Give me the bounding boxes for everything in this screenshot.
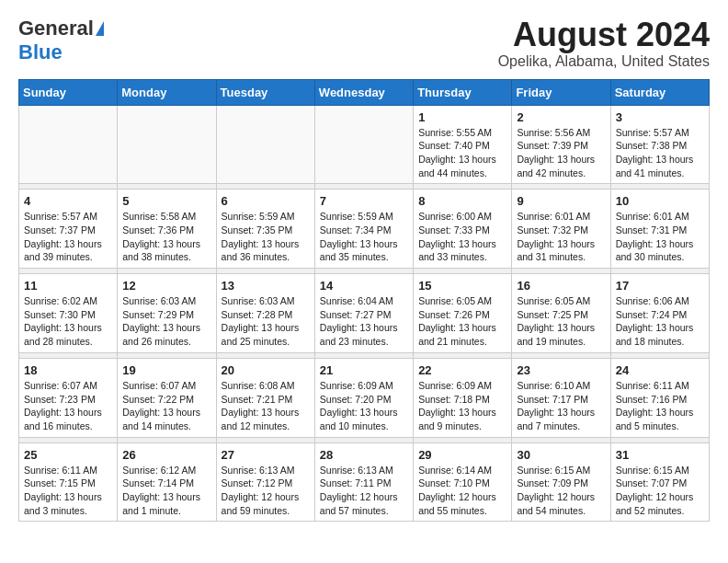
calendar-cell: 27 Sunrise: 6:13 AMSunset: 7:12 PMDaylig…	[216, 442, 314, 522]
day-info: Sunrise: 6:14 AMSunset: 7:10 PMDaylight:…	[418, 464, 506, 518]
day-info: Sunrise: 6:05 AMSunset: 7:26 PMDaylight:…	[418, 294, 506, 349]
day-info: Sunrise: 6:08 AMSunset: 7:21 PMDaylight:…	[222, 379, 310, 433]
calendar-cell	[118, 105, 216, 184]
day-info: Sunrise: 6:13 AMSunset: 7:12 PMDaylight:…	[222, 464, 310, 518]
col-wednesday: Wednesday	[314, 79, 413, 105]
calendar-cell: 10 Sunrise: 6:01 AMSunset: 7:31 PMDaylig…	[610, 190, 709, 269]
col-sunday: Sunday	[19, 79, 118, 105]
calendar-week-2: 4 Sunrise: 5:57 AMSunset: 7:37 PMDayligh…	[19, 190, 710, 269]
col-monday: Monday	[118, 79, 216, 105]
day-number: 1	[418, 110, 506, 124]
col-friday: Friday	[512, 79, 610, 105]
day-number: 21	[320, 363, 408, 377]
day-number: 20	[222, 363, 310, 377]
calendar-cell: 19 Sunrise: 6:07 AMSunset: 7:22 PMDaylig…	[118, 358, 216, 437]
col-saturday: Saturday	[610, 79, 709, 105]
day-number: 23	[517, 363, 605, 377]
col-tuesday: Tuesday	[216, 79, 314, 105]
day-number: 16	[517, 279, 605, 293]
calendar-cell: 15 Sunrise: 6:05 AMSunset: 7:26 PMDaylig…	[414, 274, 512, 353]
day-info: Sunrise: 5:57 AMSunset: 7:38 PMDaylight:…	[616, 126, 704, 180]
calendar-cell: 1 Sunrise: 5:55 AMSunset: 7:40 PMDayligh…	[414, 105, 512, 184]
calendar-cell: 17 Sunrise: 6:06 AMSunset: 7:24 PMDaylig…	[610, 274, 709, 353]
calendar-cell: 4 Sunrise: 5:57 AMSunset: 7:37 PMDayligh…	[19, 190, 118, 269]
calendar-week-3: 11 Sunrise: 6:02 AMSunset: 7:30 PMDaylig…	[19, 274, 710, 353]
day-info: Sunrise: 6:01 AMSunset: 7:31 PMDaylight:…	[616, 210, 704, 264]
day-info: Sunrise: 5:58 AMSunset: 7:36 PMDaylight:…	[122, 210, 210, 264]
logo-line2: Blue	[18, 40, 63, 64]
day-info: Sunrise: 5:56 AMSunset: 7:39 PMDaylight:…	[517, 126, 605, 180]
col-thursday: Thursday	[414, 79, 512, 105]
logo-triangle-icon	[96, 21, 104, 36]
calendar-cell: 31 Sunrise: 6:15 AMSunset: 7:07 PMDaylig…	[610, 442, 709, 522]
day-number: 28	[320, 448, 408, 462]
calendar-week-1: 1 Sunrise: 5:55 AMSunset: 7:40 PMDayligh…	[19, 105, 710, 184]
calendar-cell: 24 Sunrise: 6:11 AMSunset: 7:16 PMDaylig…	[610, 358, 709, 437]
day-info: Sunrise: 6:15 AMSunset: 7:09 PMDaylight:…	[517, 464, 605, 518]
day-info: Sunrise: 5:57 AMSunset: 7:37 PMDaylight:…	[24, 210, 112, 264]
calendar-header-row: Sunday Monday Tuesday Wednesday Thursday…	[19, 79, 710, 105]
logo-blue: Blue	[18, 40, 63, 63]
page-title: August 2024	[498, 17, 710, 53]
calendar-cell: 13 Sunrise: 6:03 AMSunset: 7:28 PMDaylig…	[216, 274, 314, 353]
day-number: 6	[222, 194, 310, 208]
calendar-cell: 21 Sunrise: 6:09 AMSunset: 7:20 PMDaylig…	[314, 358, 413, 437]
calendar-cell: 23 Sunrise: 6:10 AMSunset: 7:17 PMDaylig…	[512, 358, 610, 437]
day-number: 9	[517, 194, 605, 208]
day-info: Sunrise: 6:03 AMSunset: 7:28 PMDaylight:…	[222, 294, 310, 349]
day-number: 3	[616, 110, 704, 124]
calendar-cell: 7 Sunrise: 5:59 AMSunset: 7:34 PMDayligh…	[314, 190, 413, 269]
day-number: 2	[517, 110, 605, 124]
day-number: 4	[24, 194, 112, 208]
day-number: 18	[24, 363, 112, 377]
day-info: Sunrise: 6:09 AMSunset: 7:18 PMDaylight:…	[418, 379, 506, 433]
day-info: Sunrise: 5:59 AMSunset: 7:35 PMDaylight:…	[222, 210, 310, 264]
calendar-cell: 9 Sunrise: 6:01 AMSunset: 7:32 PMDayligh…	[512, 190, 610, 269]
calendar-cell: 14 Sunrise: 6:04 AMSunset: 7:27 PMDaylig…	[314, 274, 413, 353]
calendar-cell: 12 Sunrise: 6:03 AMSunset: 7:29 PMDaylig…	[118, 274, 216, 353]
calendar-cell: 16 Sunrise: 6:05 AMSunset: 7:25 PMDaylig…	[512, 274, 610, 353]
logo: General Blue	[18, 17, 104, 64]
day-info: Sunrise: 6:00 AMSunset: 7:33 PMDaylight:…	[418, 210, 506, 264]
page: General Blue August 2024 Opelika, Alabam…	[0, 0, 728, 534]
day-info: Sunrise: 6:11 AMSunset: 7:15 PMDaylight:…	[24, 464, 112, 518]
day-info: Sunrise: 6:05 AMSunset: 7:25 PMDaylight:…	[517, 294, 605, 349]
day-info: Sunrise: 6:09 AMSunset: 7:20 PMDaylight:…	[320, 379, 408, 433]
calendar-cell: 26 Sunrise: 6:12 AMSunset: 7:14 PMDaylig…	[118, 442, 216, 522]
calendar-cell: 29 Sunrise: 6:14 AMSunset: 7:10 PMDaylig…	[414, 442, 512, 522]
day-number: 27	[222, 448, 310, 462]
day-info: Sunrise: 6:07 AMSunset: 7:23 PMDaylight:…	[24, 379, 112, 433]
day-number: 10	[616, 194, 704, 208]
calendar-week-5: 25 Sunrise: 6:11 AMSunset: 7:15 PMDaylig…	[19, 442, 710, 522]
logo-line1: General	[18, 17, 104, 40]
calendar-cell	[216, 105, 314, 184]
calendar-cell: 20 Sunrise: 6:08 AMSunset: 7:21 PMDaylig…	[216, 358, 314, 437]
day-number: 5	[122, 194, 210, 208]
day-info: Sunrise: 6:01 AMSunset: 7:32 PMDaylight:…	[517, 210, 605, 264]
day-number: 22	[418, 363, 506, 377]
calendar: Sunday Monday Tuesday Wednesday Thursday…	[18, 79, 710, 523]
calendar-cell: 3 Sunrise: 5:57 AMSunset: 7:38 PMDayligh…	[610, 105, 709, 184]
calendar-cell: 8 Sunrise: 6:00 AMSunset: 7:33 PMDayligh…	[414, 190, 512, 269]
day-number: 24	[616, 363, 704, 377]
calendar-cell: 2 Sunrise: 5:56 AMSunset: 7:39 PMDayligh…	[512, 105, 610, 184]
day-number: 19	[122, 363, 210, 377]
calendar-cell: 18 Sunrise: 6:07 AMSunset: 7:23 PMDaylig…	[19, 358, 118, 437]
calendar-cell: 22 Sunrise: 6:09 AMSunset: 7:18 PMDaylig…	[414, 358, 512, 437]
calendar-week-4: 18 Sunrise: 6:07 AMSunset: 7:23 PMDaylig…	[19, 358, 710, 437]
day-info: Sunrise: 6:04 AMSunset: 7:27 PMDaylight:…	[320, 294, 408, 349]
page-subtitle: Opelika, Alabama, United States	[498, 53, 710, 70]
day-number: 8	[418, 194, 506, 208]
day-number: 15	[418, 279, 506, 293]
day-number: 17	[616, 279, 704, 293]
day-number: 29	[418, 448, 506, 462]
calendar-cell: 30 Sunrise: 6:15 AMSunset: 7:09 PMDaylig…	[512, 442, 610, 522]
day-info: Sunrise: 6:11 AMSunset: 7:16 PMDaylight:…	[616, 379, 704, 433]
day-info: Sunrise: 6:10 AMSunset: 7:17 PMDaylight:…	[517, 379, 605, 433]
day-number: 12	[122, 279, 210, 293]
day-number: 7	[320, 194, 408, 208]
day-number: 30	[517, 448, 605, 462]
day-number: 13	[222, 279, 310, 293]
day-number: 25	[24, 448, 112, 462]
day-info: Sunrise: 6:06 AMSunset: 7:24 PMDaylight:…	[616, 294, 704, 349]
